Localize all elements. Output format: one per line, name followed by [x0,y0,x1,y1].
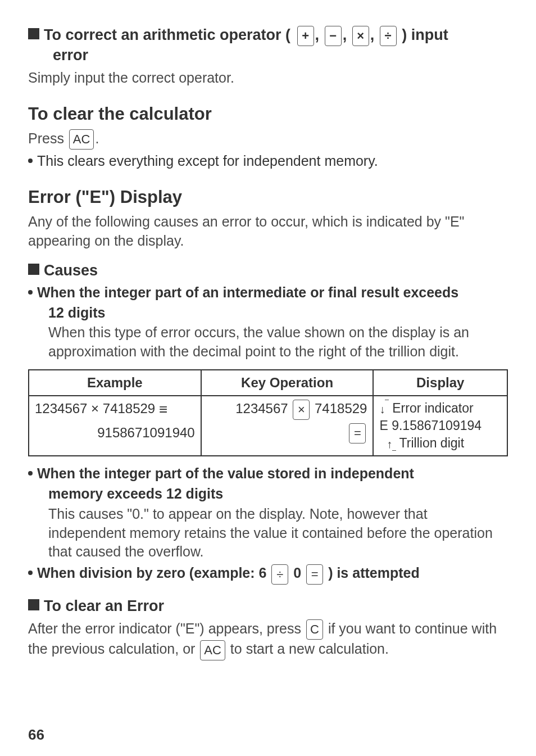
cell-example: 1234567 × 7418529 ≡ 9158671091940 [29,396,201,456]
bullet-dot-icon [28,290,33,295]
cause-1: When the integer part of an intermediate… [28,283,508,302]
minus-key-icon: − [325,26,342,46]
ce-p1a: After the error indicator ("E") appears,… [28,621,301,636]
cause2-bold2: memory exceeds 12 digits [28,485,508,504]
cell-keyop: 1234567 × 7418529 = [201,396,374,456]
expr-a: 1234567 × 7418529 [35,401,155,416]
plus-key-icon: + [297,26,314,46]
press-ac-line: Press AC. [28,129,508,150]
heading-clear-calculator: To clear the calculator [28,102,508,126]
key-b: 7418529 [315,401,367,417]
th-keyop: Key Operation [201,370,374,396]
heading-text-suffix: ) input [402,26,448,43]
ac-key: AC [69,129,94,150]
cause2-bold1: When the integer part of the value store… [37,465,414,481]
equals-key-icon: = [349,423,366,443]
ac-key: AC [200,640,225,660]
cause-3: When division by zero (example: 6 ÷ 0 = … [28,564,508,584]
trillion-label: Trillion digit [399,436,464,450]
divide-key-icon: ÷ [271,564,288,585]
para-error-display: Any of the following causes an error to … [28,212,508,251]
bullet-text: This clears everything except for indepe… [37,152,378,171]
square-bullet-icon [28,264,39,275]
dot: . [95,130,99,146]
heading-clear-error: To clear an Error [28,596,508,616]
bullet-dot-icon [28,471,33,476]
ce-p1c: to start a new calculation. [230,641,389,657]
square-bullet-icon [28,599,39,610]
cause3-zero: 0 [293,565,301,581]
para-correct-operator: Simply input the correct operator. [28,69,508,88]
times-key-icon: × [352,26,369,46]
example-table: Example Key Operation Display 1234567 × … [28,369,508,457]
heading-error-display: Error ("E") Display [28,185,508,209]
arrow-up-icon: ↑ [387,437,392,452]
square-bullet-icon [28,28,39,39]
cause1-body: When this type of error occurs, the valu… [28,323,508,361]
clear-error-text: To clear an Error [44,596,164,616]
cause-2: When the integer part of the value store… [28,464,508,483]
expr-result: 9158671091940 [35,424,195,442]
heading-text: To correct an arithmetic operator ( [44,26,290,43]
err-indicator-label: Error indicator [392,401,473,415]
c-key: C [306,619,323,640]
heading-correct-operator: To correct an arithmetic operator ( +, −… [28,25,508,46]
equals-key-icon: = [306,564,323,585]
display-value: E 9.15867109194 [379,417,501,434]
divide-key-icon: ÷ [380,26,397,46]
key-a: 1234567 [235,401,288,417]
expr-equals-dots-icon: ≡ [159,401,165,418]
para-clear-error: After the error indicator ("E") appears,… [28,619,508,660]
cause1-bold1: When the integer part of an intermediate… [37,284,458,300]
heading-correct-operator-line2: error [28,45,508,65]
causes-text: Causes [44,260,98,280]
th-example: Example [29,370,201,396]
bullet-dot-icon [28,571,33,575]
heading-causes: Causes [28,260,508,280]
cell-display: ↓ Error indicator E 9.15867109194 ↑ Tril… [373,396,507,456]
cause1-bold2: 12 digits [28,304,508,323]
times-key-icon: × [293,400,310,420]
table-row: 1234567 × 7418529 ≡ 9158671091940 123456… [29,396,507,456]
th-display: Display [373,370,507,396]
bullet-dot-icon [28,159,33,163]
cause3-prefix: When division by zero (example: 6 [37,565,266,581]
arrow-down-icon: ↓ [379,402,385,417]
press-label: Press [28,130,64,146]
cause3-suffix: ) is attempted [328,565,420,581]
bullet-clear-memory: This clears everything except for indepe… [28,152,508,171]
cause2-body: This causes "0." to appear on the displa… [28,505,508,562]
